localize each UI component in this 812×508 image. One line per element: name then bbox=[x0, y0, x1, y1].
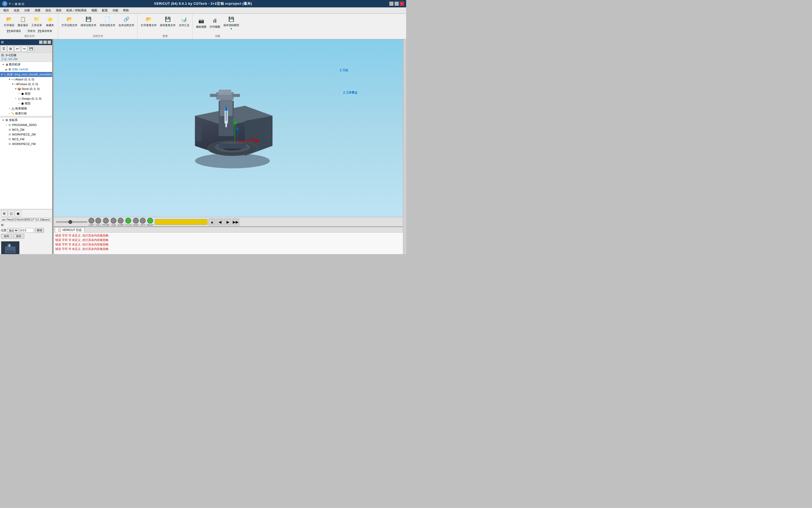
menu-project[interactable]: 项目 bbox=[1, 8, 11, 13]
open-process-button[interactable]: 📂 打开过程文件 bbox=[60, 15, 79, 28]
tree-node-control[interactable]: ▶ ⚙ 控制: hei530 bbox=[0, 67, 52, 72]
progress-slider[interactable] bbox=[56, 221, 87, 223]
tree-node-design[interactable]: + ◻ Design (0, 0, 0) bbox=[0, 96, 52, 101]
vertex-select[interactable]: 顶点 bbox=[7, 228, 18, 233]
menu-help[interactable]: 帮助 bbox=[121, 8, 131, 13]
bottom-left-toolbar: ⊞ ◫ ▣ bbox=[1, 210, 51, 217]
tree-node-mcs-zm[interactable]: ⊡ MCS_ZM bbox=[0, 127, 52, 132]
tree-node-stock[interactable]: ▼ 📦 Stock (0, 0, 0) bbox=[0, 86, 52, 91]
close-button[interactable]: ✕ bbox=[400, 2, 404, 6]
expander-cnc[interactable]: ▼ bbox=[2, 63, 5, 66]
open-project-button[interactable]: 📂 打开项目 bbox=[3, 15, 16, 28]
move-button[interactable]: 移动 bbox=[35, 228, 44, 233]
viewport-3d[interactable]: Y Z 刀尖 Z 工件零点 bbox=[54, 39, 406, 217]
expander-model2[interactable]: + bbox=[17, 102, 20, 105]
work-dir-button[interactable]: 📁 工作目录 bbox=[30, 15, 43, 28]
log-content[interactable]: 错误 字符 '$' 未定义. 此行其余内容被忽略 错误 字符 '$' 未定义. … bbox=[54, 233, 406, 254]
menu-function[interactable]: 功能 bbox=[110, 8, 121, 13]
btl-btn-2[interactable]: ◫ bbox=[8, 210, 14, 217]
panel-tb-save[interactable]: 💾 bbox=[28, 46, 34, 52]
maximize-button[interactable]: □ bbox=[394, 2, 399, 6]
title-bar: ℹ ▼ □ ▣ ▦ ▧ VERICUT (64) 9.0.1 by CGTech… bbox=[0, 0, 406, 7]
tree-node-model2[interactable]: + ◼ 模型 bbox=[0, 101, 52, 106]
favorites-icon: ⭐ bbox=[46, 15, 54, 23]
save-cut-model-button[interactable]: 💾 保存切削模型 ▼ bbox=[222, 15, 240, 31]
print-view-button[interactable]: 🖨 打印视图 bbox=[208, 15, 222, 31]
label-attach: Attach (0, 0, 0) bbox=[15, 78, 34, 81]
path-input[interactable] bbox=[1, 218, 51, 222]
expander-machine[interactable]: ▼ bbox=[1, 73, 3, 76]
merge-process-button[interactable]: 🔗 合并过程文件 bbox=[117, 15, 136, 28]
process-toolbar-row: 📂 打开过程文件 💾 保存过程文件 📄 另存过程文件 🔗 合并过程文件 bbox=[60, 15, 136, 28]
tree-node-workpiece-fm[interactable]: ⊡ WORKPIECE_FM bbox=[0, 141, 52, 146]
panel-tb-btn-2[interactable]: ⊞ bbox=[7, 46, 14, 52]
expander-stock[interactable]: ▼ bbox=[14, 87, 17, 90]
capture-view-icon: 📷 bbox=[197, 17, 205, 25]
nav-prev-button[interactable]: ◀ bbox=[217, 218, 223, 225]
favorites-button[interactable]: ⭐ 收藏夹 bbox=[44, 15, 56, 28]
panel-title: 树 bbox=[1, 40, 4, 44]
menu-optimize[interactable]: 优化 bbox=[43, 8, 53, 13]
expander-program-zero[interactable]: + bbox=[5, 123, 8, 127]
opti-indicator: OPTI bbox=[140, 218, 146, 226]
nav-end-button[interactable]: ▶▶ bbox=[232, 218, 239, 225]
comp-label: COMP bbox=[117, 224, 124, 226]
saveas-process-button[interactable]: 📄 另存过程文件 bbox=[98, 15, 117, 28]
capture-view-button[interactable]: 📷 捕捉视图 bbox=[195, 15, 208, 31]
expander-model1[interactable]: + bbox=[17, 92, 20, 95]
tree-node-travel[interactable]: + 📏 检查行程 bbox=[0, 111, 52, 116]
panel-close-button[interactable]: ✕ bbox=[39, 40, 43, 44]
menu-analysis[interactable]: 分析 bbox=[22, 8, 32, 13]
expander-collision[interactable]: + bbox=[8, 107, 11, 110]
tree-node-workpiece-zm[interactable]: ⊡ WORKPIECE_ZM bbox=[0, 132, 52, 137]
panel-maximize-button[interactable]: □ bbox=[47, 40, 51, 44]
icon-fixture: —✿ bbox=[14, 82, 18, 86]
log-entry-3: 错误 字符 '$' 未定义. 此行其余内容被忽略 bbox=[55, 247, 404, 251]
panel-minimize-button[interactable]: — bbox=[43, 40, 47, 44]
menu-machine[interactable]: 机床／控制系统 bbox=[64, 8, 89, 13]
tree-node-fixture[interactable]: ▼ —✿ Fixture (0, 0, 0) bbox=[0, 82, 52, 86]
tree-node-cnc[interactable]: ▼ 🖥 数控机床 bbox=[0, 62, 52, 67]
file-summary-button[interactable]: 📊 文件汇总 bbox=[178, 15, 191, 28]
tree-node-attach[interactable]: ▼ —◇ Attach (0, 0, 0) bbox=[0, 77, 52, 82]
menu-info[interactable]: 信息 bbox=[12, 8, 21, 13]
log-panel: 📋 VERICUT 日志 错误 字符 '$' 未定义. 此行其余内容被忽略 错误… bbox=[54, 226, 406, 254]
tree-node-model1[interactable]: + ◼ 模型 bbox=[0, 91, 52, 96]
expander-design[interactable]: + bbox=[14, 97, 17, 100]
dir-row: 反向 反向 bbox=[1, 234, 51, 239]
btl-btn-3[interactable]: ▣ bbox=[15, 210, 21, 217]
panel-tb-btn-1[interactable]: ☰ bbox=[1, 46, 7, 52]
nav-next-button[interactable]: ▶ bbox=[225, 218, 231, 225]
tree-view[interactable]: ▼ 🖥 数控机床 ▶ ⚙ 控制: hei530 ▼ 🔧 机床: dmg_mori… bbox=[0, 62, 52, 209]
tree-node-collision[interactable]: + ⚠ 检查碰撞 bbox=[0, 106, 52, 111]
coll-led bbox=[95, 218, 101, 223]
menu-report[interactable]: 报告 bbox=[54, 8, 64, 13]
panel-tb-undo[interactable]: ↩ bbox=[14, 46, 20, 52]
save-project-button[interactable]: 💾 保存项目 bbox=[6, 29, 22, 34]
viewport[interactable]: Y Z 刀尖 Z 工件零点 LIMI bbox=[54, 39, 406, 254]
backward-button[interactable]: 反向 bbox=[13, 234, 24, 239]
menu-view[interactable]: 视图 bbox=[89, 8, 99, 13]
save-as-button[interactable]: 📄 另存为 bbox=[22, 29, 36, 34]
save-all-button[interactable]: 💾 保存所有 bbox=[37, 29, 53, 34]
expander-coord[interactable]: ▼ bbox=[2, 119, 5, 122]
tree-node-machine[interactable]: ▼ 🔧 机床: dmg_mori_dmu65_monoblock bbox=[0, 72, 52, 77]
coords-input[interactable] bbox=[19, 228, 34, 233]
panel-tb-redo[interactable]: ↪ bbox=[21, 46, 28, 52]
tree-node-coordsys[interactable]: ▼ ⊞ 坐标系 bbox=[0, 118, 52, 123]
save-review-button[interactable]: 💾 保存复查文件 bbox=[158, 15, 177, 28]
tree-node-program-zero[interactable]: + ⊡ PROGRAM_ZERO bbox=[0, 123, 52, 127]
nav-up-button[interactable]: ▲ bbox=[208, 218, 216, 225]
recent-project-button[interactable]: 📋 最近项目 bbox=[16, 15, 30, 28]
open-review-button[interactable]: 📂 打开复查文件 bbox=[140, 15, 158, 28]
forward-button[interactable]: 反向 bbox=[1, 234, 12, 239]
log-tab-vericut[interactable]: 📋 VERICUT 日志 bbox=[55, 227, 85, 232]
tree-node-mcs-fm[interactable]: ⊡ MCS_FM bbox=[0, 137, 52, 141]
menu-measure[interactable]: 测量 bbox=[33, 8, 43, 13]
expander-travel[interactable]: + bbox=[8, 112, 11, 115]
menu-config[interactable]: 配置 bbox=[100, 8, 110, 13]
save-process-button[interactable]: 💾 保存过程文件 bbox=[79, 15, 98, 28]
btl-btn-1[interactable]: ⊞ bbox=[1, 210, 7, 217]
minimize-button[interactable]: — bbox=[389, 2, 393, 6]
expander-control[interactable]: ▶ bbox=[5, 68, 8, 71]
